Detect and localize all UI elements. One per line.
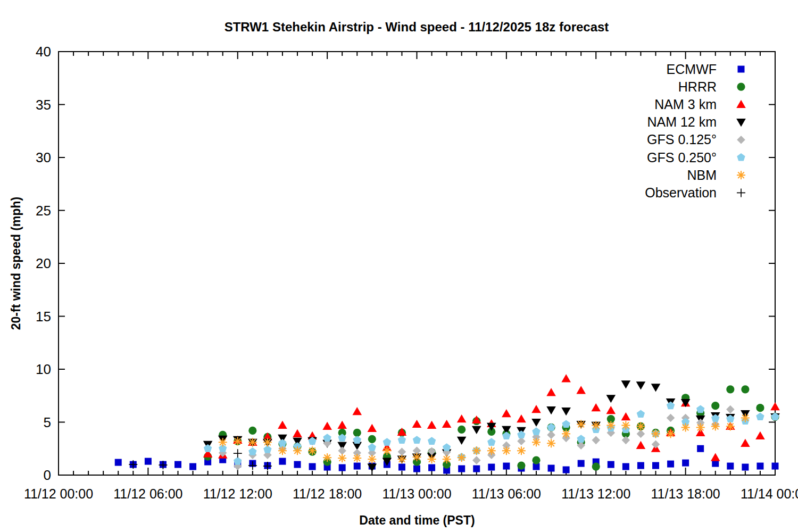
tick-label: 11/12 18:00 [293, 486, 362, 501]
gfs-0-250-point [756, 412, 764, 420]
legend-item-nam-3-km: NAM 3 km [654, 97, 745, 112]
nbm-point [413, 453, 421, 461]
ecmwf-point [727, 463, 734, 470]
ecmwf-point [488, 464, 495, 471]
legend-marker-observation [737, 188, 745, 197]
nam-3-km-point [576, 386, 586, 394]
nam-3-km-point [755, 431, 765, 439]
nbm-point [592, 421, 600, 429]
nam-12-km-point [621, 380, 631, 388]
legend-label-nam-12-km: NAM 12 km [647, 114, 717, 129]
nbm-point [353, 454, 361, 462]
tick-label: 11/13 18:00 [651, 486, 720, 501]
nbm-point [308, 446, 317, 455]
ecmwf-point [174, 461, 181, 468]
hrrr-point [458, 426, 466, 434]
gfs-0-250-point [517, 430, 525, 438]
nbm-point [487, 446, 496, 455]
nbm-point [338, 454, 346, 462]
nam-3-km-point [427, 421, 437, 429]
nam-3-km-point [770, 402, 780, 410]
hrrr-point [353, 429, 361, 437]
ecmwf-point [667, 461, 674, 468]
nam-3-km-point [322, 422, 332, 430]
tick-label: 10 [36, 361, 51, 377]
ecmwf-point [413, 466, 420, 472]
tick-label: 11/13 12:00 [561, 486, 630, 501]
tick-label: 11/12 12:00 [203, 486, 272, 501]
nam-3-km-point [546, 388, 556, 396]
wind-speed-forecast-chart: STRW1 Stehekin Airstrip - Wind speed - 1… [0, 0, 798, 532]
nbm-point [234, 437, 242, 445]
ecmwf-point [772, 463, 779, 470]
gfs-0-250-point [234, 457, 242, 465]
nam-3-km-point [368, 424, 377, 432]
ecmwf-point [608, 461, 614, 468]
wind-speed-forecast-page: STRW1 Stehekin Airstrip - Wind speed - 1… [0, 0, 798, 532]
gfs-0-125-point [667, 414, 675, 422]
nbm-point [293, 446, 302, 455]
gfs-0-250-point [637, 410, 645, 418]
nbm-point [547, 439, 555, 447]
tick-label: 30 [36, 149, 51, 165]
legend-marker-ecmwf [738, 66, 745, 73]
gfs-0-250-point [248, 447, 256, 455]
legend-item-observation: Observation [645, 185, 745, 200]
gfs-0-125-point [398, 447, 406, 456]
ecmwf-point [622, 463, 629, 470]
y-axis-label: 20-ft wind speed (mph) [9, 197, 23, 330]
gfs-0-250-point [577, 435, 585, 443]
gfs-0-250-point [667, 402, 675, 410]
gfs-0-250-point [562, 420, 570, 428]
nam-3-km-point [531, 405, 541, 413]
nam-12-km-point [561, 408, 571, 415]
gfs-0-250-point [323, 434, 331, 442]
legend-label-observation: Observation [645, 185, 717, 200]
legend-label-nam-3-km: NAM 3 km [654, 97, 717, 112]
ecmwf-point [115, 459, 122, 466]
nbm-point [458, 453, 466, 462]
x-axis-label: Date and time (PST) [359, 513, 475, 527]
nbm-point [368, 455, 376, 463]
nbm-point [606, 421, 615, 429]
legend-label-nbm: NBM [687, 168, 717, 182]
gfs-0-125-point [592, 436, 600, 445]
tick-label: 40 [36, 44, 51, 60]
gfs-0-250-point [428, 437, 436, 445]
hrrr-point [726, 385, 734, 393]
gfs-0-250-point [532, 427, 540, 435]
legend-label-hrrr: HRRR [678, 79, 717, 94]
nbm-point [517, 446, 526, 455]
legend-marker-gfs-0-125 [737, 136, 745, 144]
tick-label: 11/14 00:00 [741, 486, 798, 501]
legend-item-hrrr: HRRR [678, 79, 745, 94]
ecmwf-point [458, 466, 465, 472]
nbm-point [741, 414, 750, 422]
nbm-point [472, 446, 481, 455]
tick-label: 20 [36, 255, 51, 271]
nbm-point [681, 423, 690, 431]
legend-item-nam-12-km: NAM 12 km [647, 114, 745, 129]
nam-3-km-point [442, 420, 452, 428]
gfs-0-250-point [278, 439, 286, 447]
observation-point [234, 449, 242, 458]
gfs-0-250-point [547, 423, 555, 431]
legend-marker-nam-12-km [736, 119, 746, 127]
nbm-point [443, 455, 451, 463]
nbm-point [263, 438, 272, 446]
nam-3-km-point [621, 412, 631, 420]
nam-12-km-point [531, 419, 541, 427]
gfs-0-125-point [652, 440, 660, 448]
legend-marker-gfs-0-250 [737, 153, 745, 161]
tick-label: 11/12 06:00 [113, 486, 182, 501]
nam-3-km-point [278, 421, 287, 429]
ecmwf-point [503, 463, 510, 470]
nbm-point [667, 429, 675, 438]
nam-3-km-point [457, 414, 467, 422]
legend-item-gfs-0-250: GFS 0.250° [647, 150, 745, 165]
ecmwf-point [145, 458, 152, 465]
gfs-0-250-point [368, 443, 376, 451]
ecmwf-point [354, 463, 361, 470]
nbm-point [636, 422, 645, 430]
tick-label: 35 [36, 97, 51, 113]
